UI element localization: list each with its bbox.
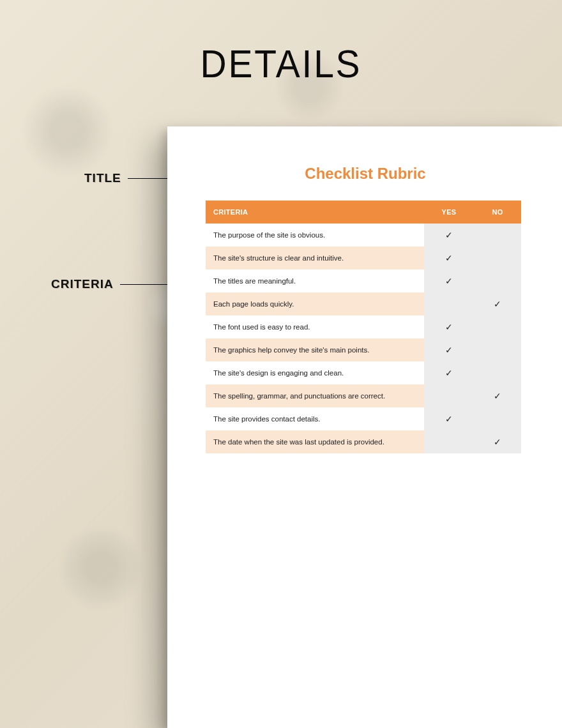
check-icon: ✓ bbox=[445, 322, 453, 332]
criteria-cell: The purpose of the site is obvious. bbox=[206, 224, 424, 246]
check-icon: ✓ bbox=[445, 414, 453, 424]
yes-cell: ✓ bbox=[424, 315, 473, 338]
table-row: The site's design is engaging and clean.… bbox=[206, 361, 521, 384]
no-cell: ✓ bbox=[473, 384, 521, 407]
no-cell bbox=[473, 315, 521, 338]
yes-cell bbox=[424, 384, 473, 407]
criteria-cell: The site's design is engaging and clean. bbox=[206, 361, 424, 384]
table-row: The spelling, grammar, and punctuations … bbox=[206, 384, 521, 407]
yes-cell: ✓ bbox=[424, 338, 473, 361]
no-cell bbox=[473, 338, 521, 361]
checklist-table: CRITERIA YES NO The purpose of the site … bbox=[206, 201, 521, 453]
check-icon: ✓ bbox=[445, 230, 453, 240]
table-body: The purpose of the site is obvious.✓The … bbox=[206, 224, 521, 453]
table-row: The purpose of the site is obvious.✓ bbox=[206, 224, 521, 246]
table-row: The font used is easy to read.✓ bbox=[206, 315, 521, 338]
yes-cell bbox=[424, 430, 473, 453]
col-header-criteria: CRITERIA bbox=[206, 201, 424, 224]
criteria-cell: The spelling, grammar, and punctuations … bbox=[206, 384, 424, 407]
check-icon: ✓ bbox=[445, 345, 453, 355]
no-cell bbox=[473, 269, 521, 292]
criteria-cell: Each page loads quickly. bbox=[206, 292, 424, 315]
table-row: The date when the site was last updated … bbox=[206, 430, 521, 453]
yes-cell bbox=[424, 292, 473, 315]
criteria-cell: The titles are meaningful. bbox=[206, 269, 424, 292]
callout-title-label: TITLE bbox=[84, 171, 121, 185]
check-icon: ✓ bbox=[494, 299, 501, 309]
no-cell bbox=[473, 224, 521, 246]
document-page: Checklist Rubric CRITERIA YES NO The pur… bbox=[167, 126, 562, 728]
criteria-cell: The date when the site was last updated … bbox=[206, 430, 424, 453]
check-icon: ✓ bbox=[494, 437, 501, 447]
check-icon: ✓ bbox=[494, 391, 501, 401]
col-header-yes: YES bbox=[424, 201, 473, 224]
no-cell bbox=[473, 407, 521, 430]
no-cell: ✓ bbox=[473, 292, 521, 315]
table-row: The site provides contact details.✓ bbox=[206, 407, 521, 430]
criteria-cell: The site's structure is clear and intuit… bbox=[206, 246, 424, 269]
criteria-cell: The site provides contact details. bbox=[206, 407, 424, 430]
no-cell bbox=[473, 361, 521, 384]
check-icon: ✓ bbox=[445, 253, 453, 263]
check-icon: ✓ bbox=[445, 368, 453, 378]
check-icon: ✓ bbox=[445, 276, 453, 286]
page-heading: DETAILS bbox=[22, 41, 540, 86]
yes-cell: ✓ bbox=[424, 269, 473, 292]
document-title: Checklist Rubric bbox=[167, 165, 562, 183]
callout-criteria-label: CRITERIA bbox=[51, 277, 114, 291]
yes-cell: ✓ bbox=[424, 246, 473, 269]
no-cell: ✓ bbox=[473, 430, 521, 453]
no-cell bbox=[473, 246, 521, 269]
yes-cell: ✓ bbox=[424, 224, 473, 246]
table-row: Each page loads quickly.✓ bbox=[206, 292, 521, 315]
table-header-row: CRITERIA YES NO bbox=[206, 201, 521, 224]
yes-cell: ✓ bbox=[424, 361, 473, 384]
table-row: The graphics help convey the site's main… bbox=[206, 338, 521, 361]
criteria-cell: The font used is easy to read. bbox=[206, 315, 424, 338]
table-row: The site's structure is clear and intuit… bbox=[206, 246, 521, 269]
table-row: The titles are meaningful.✓ bbox=[206, 269, 521, 292]
yes-cell: ✓ bbox=[424, 407, 473, 430]
criteria-cell: The graphics help convey the site's main… bbox=[206, 338, 424, 361]
col-header-no: NO bbox=[473, 201, 521, 224]
